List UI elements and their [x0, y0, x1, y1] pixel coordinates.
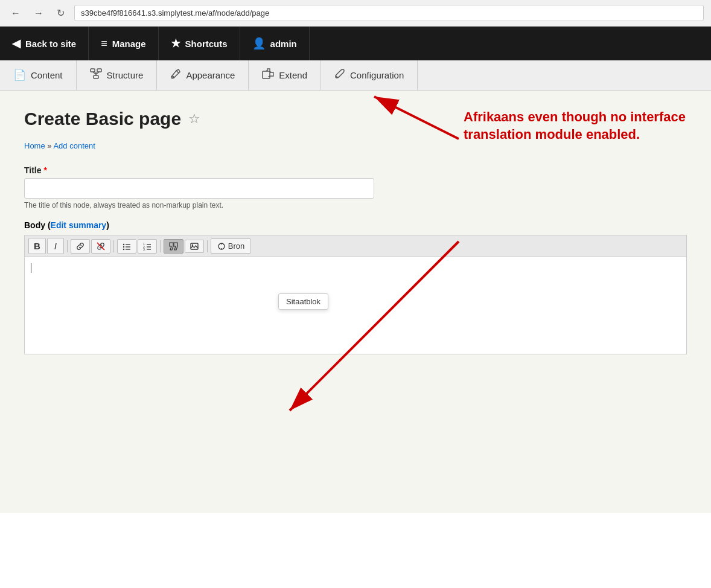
shortcuts-icon: ★: [171, 37, 180, 50]
nav-structure-label: Structure: [107, 70, 144, 80]
title-label: Title *: [24, 165, 687, 175]
nav-structure[interactable]: Structure: [77, 60, 158, 90]
text-cursor: [31, 263, 31, 273]
body-form-group: Body (Edit summary) B I: [24, 220, 687, 354]
back-to-site-button[interactable]: ◀ Back to site: [0, 27, 89, 60]
svg-point-10: [123, 243, 124, 244]
required-star: *: [43, 165, 46, 175]
toolbar-separator-4: [207, 240, 208, 252]
back-to-site-label: Back to site: [25, 39, 76, 49]
image-button[interactable]: [185, 240, 204, 253]
svg-rect-1: [97, 69, 101, 72]
link-button[interactable]: [71, 239, 90, 254]
nav-extend-label: Extend: [279, 70, 307, 80]
svg-point-23: [192, 244, 193, 245]
svg-rect-0: [91, 69, 95, 72]
title-input[interactable]: [24, 178, 374, 199]
address-bar[interactable]: [74, 5, 704, 21]
nav-configuration[interactable]: Configuration: [321, 60, 418, 90]
forward-button[interactable]: →: [30, 7, 47, 20]
nav-content-label: Content: [31, 70, 63, 80]
editor-container: B I: [24, 235, 687, 354]
editor-body[interactable]: Sitaatblok: [25, 257, 686, 354]
breadcrumb-add-content[interactable]: Add content: [53, 141, 95, 150]
main-content: Create Basic page ☆ Home » Add content T…: [0, 91, 711, 513]
breadcrumb-home[interactable]: Home: [24, 141, 45, 150]
breadcrumb-separator: »: [45, 141, 54, 150]
editor-toolbar: B I: [25, 235, 686, 257]
admin-toolbar: ◀ Back to site ≡ Manage ★ Shortcuts 👤 ad…: [0, 27, 711, 60]
secondary-nav: 📄 Content Structure Appearance: [0, 60, 711, 91]
favorite-star-icon[interactable]: ☆: [188, 111, 200, 127]
toolbar-separator-1: [67, 240, 68, 252]
admin-label: admin: [270, 39, 297, 49]
edit-summary-link[interactable]: Edit summary: [51, 220, 107, 230]
svg-rect-2: [94, 75, 98, 78]
shortcuts-button[interactable]: ★ Shortcuts: [159, 27, 240, 60]
editor-tooltip: Sitaatblok: [278, 293, 328, 310]
configuration-icon: [334, 68, 345, 82]
svg-point-11: [123, 246, 124, 247]
appearance-icon: [170, 68, 181, 82]
structure-icon: [90, 68, 102, 82]
nav-extend[interactable]: Extend: [249, 60, 321, 90]
page-title-row: Create Basic page ☆: [24, 109, 687, 129]
shortcuts-label: Shortcuts: [185, 39, 228, 49]
page-title: Create Basic page: [24, 109, 181, 129]
svg-line-8: [336, 76, 337, 77]
italic-button[interactable]: I: [47, 238, 64, 254]
title-hint: The title of this node, always treated a…: [24, 201, 687, 209]
back-icon: ◀: [12, 37, 21, 50]
bold-button[interactable]: B: [28, 238, 46, 254]
svg-rect-7: [263, 71, 270, 78]
extend-icon: [262, 68, 274, 82]
nav-configuration-label: Configuration: [350, 70, 404, 80]
admin-user-button[interactable]: 👤 admin: [240, 27, 310, 60]
manage-label: Manage: [112, 39, 146, 49]
svg-rect-22: [191, 243, 198, 249]
nav-appearance[interactable]: Appearance: [157, 60, 249, 90]
source-button[interactable]: Bron: [211, 238, 251, 254]
bullet-list-button[interactable]: [117, 239, 136, 254]
body-label: Body (Edit summary): [24, 220, 687, 230]
blockquote-button[interactable]: [164, 239, 183, 254]
reload-button[interactable]: ↻: [53, 6, 68, 20]
user-icon: 👤: [252, 37, 266, 50]
breadcrumb: Home » Add content: [24, 141, 687, 150]
unlink-button[interactable]: [91, 239, 110, 254]
nav-content[interactable]: 📄 Content: [0, 60, 77, 90]
toolbar-separator-3: [160, 240, 161, 252]
manage-button[interactable]: ≡ Manage: [89, 27, 158, 60]
nav-appearance-label: Appearance: [186, 70, 235, 80]
manage-icon: ≡: [101, 37, 107, 50]
source-button-label: Bron: [228, 241, 244, 251]
browser-chrome: ← → ↻: [0, 0, 711, 27]
content-icon: 📄: [13, 69, 26, 81]
svg-text:3.: 3.: [143, 248, 145, 251]
back-button[interactable]: ←: [7, 7, 24, 20]
svg-point-12: [123, 248, 124, 249]
numbered-list-button[interactable]: 1. 2. 3.: [138, 239, 157, 254]
toolbar-separator-2: [113, 240, 114, 252]
title-form-group: Title * The title of this node, always t…: [24, 165, 687, 209]
